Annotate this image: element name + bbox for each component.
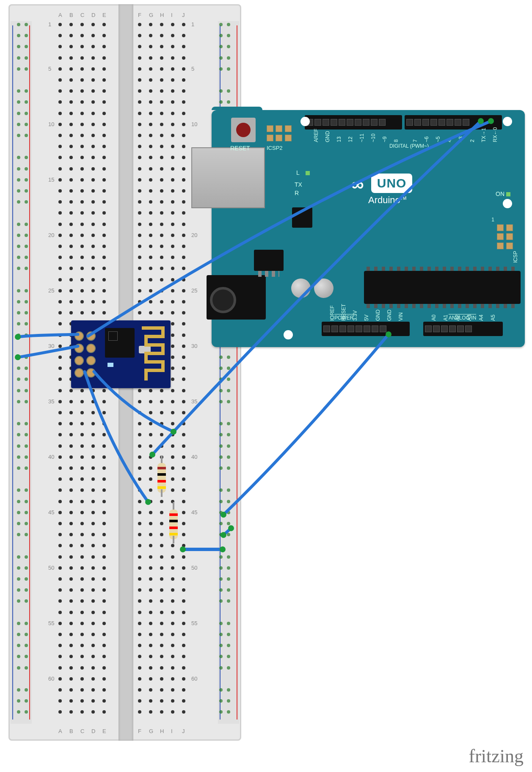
mounting-hole [503, 117, 512, 126]
led-on [506, 192, 510, 196]
smd-chip [292, 207, 312, 228]
uno-badge: UNO [371, 174, 413, 193]
mounting-hole [300, 117, 310, 126]
icsp2-label: ICSP2 [267, 145, 283, 151]
arduino-uno: RESET ICSP2 AREFGND1312~11~10~98 7~6~54~… [212, 110, 525, 347]
esp-pin-header[interactable] [74, 331, 96, 378]
led-rx-label: R [295, 190, 299, 196]
reset-label: RESET [230, 145, 250, 152]
rail-line-neg [12, 25, 13, 720]
icsp-pin1-label: 1 [491, 217, 494, 223]
arduino-wordmark: ArduinoTM [368, 195, 406, 206]
esp-rf-shield [105, 328, 135, 358]
dc-barrel-jack [207, 275, 266, 320]
led-l [306, 171, 310, 175]
led-tx-label: TX [295, 181, 302, 188]
mounting-hole [503, 199, 512, 208]
digital-pwm-label: DIGITAL (PWM~) [389, 143, 429, 149]
esp8266-module [71, 320, 171, 388]
arduino-logo: ∞ UNO [351, 174, 412, 195]
resistor-r1 [157, 457, 167, 495]
mounting-hole [284, 330, 293, 339]
led-l-label: L [296, 169, 300, 176]
icsp-header [496, 224, 513, 250]
esp-status-led [108, 363, 113, 367]
infinity-icon: ∞ [351, 174, 361, 195]
fritzing-watermark: fritzing [469, 745, 524, 767]
digital-header-right[interactable] [405, 115, 502, 130]
usb-port [191, 147, 265, 208]
led-on-label: ON [496, 190, 504, 197]
icsp2-header [267, 125, 292, 142]
atmega328p-chip [364, 271, 521, 304]
voltage-regulator [254, 250, 284, 271]
jumper-gnd-short [183, 548, 223, 551]
analog-header[interactable] [423, 322, 503, 336]
capacitor [314, 278, 334, 298]
reset-button[interactable] [231, 118, 256, 142]
icsp-label: ICSP [513, 251, 518, 263]
capacitor [291, 278, 311, 298]
power-header[interactable] [322, 322, 410, 336]
resistor-r2 [168, 504, 179, 542]
esp-pcb-antenna [138, 324, 167, 385]
rail-line-pos [29, 25, 30, 720]
digital-header-left[interactable] [305, 115, 402, 130]
wire-arduino-gnd-to-rail [223, 334, 389, 515]
power-rail-left [11, 21, 32, 724]
fritzing-diagram: A B C D E F G H I J A B C D E F G H I J … [0, 0, 532, 772]
